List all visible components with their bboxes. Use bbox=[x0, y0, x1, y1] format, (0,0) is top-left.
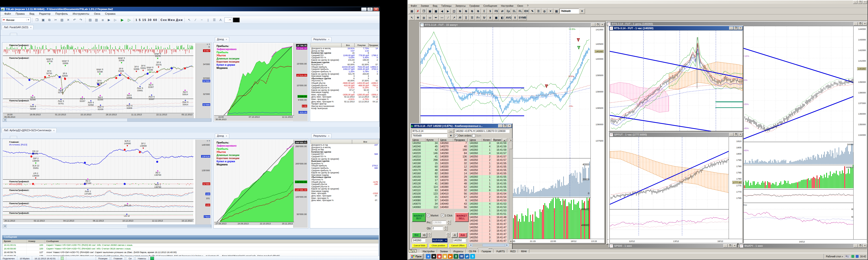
subtab[interactable] bbox=[18, 33, 24, 35]
trade-row[interactable]: 140250316:41:55 bbox=[469, 172, 509, 175]
trade-row[interactable]: 140260116:41:51 bbox=[469, 212, 509, 216]
timeframe-buttons[interactable]: 1 5 15 30 60 bbox=[135, 18, 157, 22]
ask-row[interactable]: 14036029 bbox=[439, 175, 468, 179]
menu-item[interactable]: Окна bbox=[92, 12, 102, 16]
trade-row[interactable]: 140250216:41:57 bbox=[469, 155, 509, 158]
menu-item[interactable]: Портфель bbox=[53, 12, 70, 16]
trade-row[interactable]: 140250116:41:55 bbox=[469, 162, 509, 165]
trade-row[interactable]: 140250216:41:55 bbox=[469, 165, 509, 169]
menu-item[interactable]: Инструменты bbox=[70, 12, 91, 16]
one-click-checkbox[interactable]: ✔ bbox=[441, 214, 444, 217]
chart1-scrollbar[interactable]: ◀ bbox=[3, 118, 211, 121]
parallel-icon[interactable]: ∥ bbox=[463, 15, 469, 20]
ask-row[interactable]: 14044043 bbox=[439, 202, 468, 206]
levels-icon[interactable]: ☰ bbox=[469, 15, 475, 20]
hline-icon[interactable]: — bbox=[439, 15, 445, 20]
dom-titlebar[interactable]: ▶RTS-3.14 - FUT 140260 (+0.87%) - Комбин… bbox=[411, 124, 512, 128]
broker-combo[interactable]: ✂Финам▼ bbox=[2, 17, 31, 23]
ask-row[interactable]: 1402607 bbox=[439, 142, 468, 145]
trade-row[interactable]: 140250116:41:48 bbox=[469, 216, 509, 219]
close-icon[interactable]: × bbox=[738, 27, 743, 30]
tslab-titlebar[interactable]: TSLab (версия 1.2.11.90:64bit) - F:\User… bbox=[0, 7, 379, 11]
run-icon[interactable]: ▶ bbox=[119, 17, 125, 23]
bid-row[interactable]: 14025034 bbox=[411, 142, 439, 145]
dropdown-icon[interactable]: ▼ bbox=[579, 8, 585, 14]
sum-checkbox[interactable] bbox=[472, 134, 475, 137]
maximize-icon[interactable]: ❐ bbox=[858, 0, 862, 4]
menu-item[interactable]: Редактор bbox=[37, 12, 53, 16]
win-1hour-titlebar[interactable]: 📈RTS-3.14 - FUT - 1 час (140260) _❐× bbox=[609, 26, 743, 30]
unit-day[interactable]: Дни bbox=[176, 18, 183, 22]
cursor-icon[interactable]: ↖ bbox=[186, 17, 192, 23]
bid-row[interactable]: 14018060 bbox=[411, 165, 439, 169]
trade-row[interactable]: 140250216:41:47 bbox=[469, 229, 509, 232]
ask-row[interactable]: 14027040 bbox=[439, 145, 468, 148]
trade-row[interactable]: 140260116:41:55 bbox=[469, 182, 509, 185]
cut-icon[interactable]: ✂ bbox=[53, 17, 59, 23]
trade-row[interactable]: 140260116:41:59 bbox=[469, 148, 509, 152]
chart-icon[interactable]: ▨ bbox=[554, 8, 559, 14]
message-row[interactable]: 16:40:59.80100Скрипт 'Навес+Уб+ОИ+AOD+ТС… bbox=[2, 247, 378, 251]
market-checkbox[interactable]: ✔ bbox=[427, 214, 430, 217]
subtab[interactable] bbox=[3, 33, 9, 35]
dohod2-tab[interactable]: Доход× bbox=[215, 133, 229, 138]
status-button[interactable]: Позиции bbox=[96, 257, 110, 260]
bid-row[interactable]: 14014017 bbox=[411, 179, 439, 182]
ask-row[interactable]: 14032032 bbox=[439, 162, 468, 165]
subtab[interactable] bbox=[25, 137, 32, 139]
maximize-icon[interactable]: ❐ bbox=[367, 7, 373, 11]
symb-icon[interactable]: SYMB bbox=[518, 15, 527, 20]
swap-icon[interactable]: ⇄ bbox=[499, 8, 505, 14]
open-icon[interactable]: ❒ bbox=[34, 17, 40, 23]
chrome-icon[interactable]: ◉ bbox=[437, 254, 442, 259]
maximize-icon[interactable]: ❐ bbox=[858, 22, 863, 26]
ask-row[interactable]: 14042067 bbox=[439, 195, 468, 199]
account-combo[interactable]: 7600di9 bbox=[411, 134, 447, 138]
word-icon[interactable]: W bbox=[459, 254, 464, 259]
bid-row[interactable]: 14011063 bbox=[411, 189, 439, 192]
ask-row[interactable]: 14040032 bbox=[439, 189, 468, 192]
trades-hscrollbar[interactable]: ◀▶ bbox=[469, 244, 509, 247]
ask-row[interactable]: 14037026 bbox=[439, 179, 468, 182]
fan-icon[interactable]: ⋔ bbox=[487, 15, 493, 20]
menu-item[interactable]: Правка bbox=[13, 12, 27, 16]
maximize-icon[interactable]: ❐ bbox=[595, 23, 600, 27]
filter-icon[interactable]: ▼ bbox=[548, 8, 553, 14]
trade-row[interactable]: 140240116:41:47 bbox=[469, 219, 509, 222]
minimize-icon[interactable]: _ bbox=[729, 27, 734, 30]
close-icon[interactable]: × bbox=[863, 0, 867, 4]
color-swatch[interactable] bbox=[233, 17, 240, 23]
sum-l-icon[interactable]: ΣL bbox=[512, 8, 517, 14]
price-stepper[interactable]: ▲▼ bbox=[447, 220, 451, 225]
menu-item[interactable]: Файл bbox=[2, 12, 13, 16]
minimize-icon[interactable]: _ bbox=[729, 133, 734, 136]
vline-icon[interactable]: | bbox=[205, 17, 211, 23]
ask-row[interactable]: 14035014 bbox=[439, 172, 468, 175]
undo-icon[interactable]: ↶ bbox=[71, 17, 78, 23]
run-agent-icon[interactable]: ▷ bbox=[112, 17, 118, 23]
excel-icon[interactable]: X bbox=[454, 254, 458, 259]
bid-row[interactable]: 14019015 bbox=[411, 162, 439, 165]
speed-icon[interactable]: S∕ bbox=[481, 15, 487, 20]
folder-icon[interactable]: ▣ bbox=[442, 254, 447, 259]
blocks-icon[interactable]: ⧈ bbox=[100, 17, 106, 23]
close-position-button[interactable]: Close position bbox=[429, 244, 447, 248]
close-icon[interactable]: × bbox=[863, 22, 867, 26]
browse-button[interactable]: ... bbox=[448, 129, 454, 133]
menu-item[interactable]: Вид bbox=[431, 4, 439, 7]
subtab[interactable] bbox=[32, 33, 39, 35]
bid-row[interactable]: 140060112 bbox=[411, 206, 439, 209]
minimized-fut[interactable]: 📈ФЬЮЧ - 1 мин_❐× bbox=[739, 243, 867, 248]
ask-row[interactable]: 140300136 bbox=[439, 155, 468, 158]
ask-row[interactable]: 14039062 bbox=[439, 185, 468, 189]
edit-icon[interactable]: ✎ bbox=[529, 8, 535, 14]
ask-button[interactable]: Ask bbox=[458, 232, 467, 237]
copy-red-icon[interactable]: ⧉ bbox=[475, 8, 481, 14]
adjust-icon[interactable]: ⇕ bbox=[512, 15, 518, 20]
bid-row[interactable]: 140200298 bbox=[411, 158, 439, 162]
minimize-icon[interactable]: _ bbox=[591, 23, 595, 27]
back-icon[interactable]: ◀ bbox=[439, 8, 445, 14]
zoom-icon[interactable]: ◎ bbox=[421, 15, 427, 20]
plus-one-box[interactable]: +1 bbox=[421, 232, 427, 237]
ie-icon[interactable]: e bbox=[426, 254, 431, 259]
